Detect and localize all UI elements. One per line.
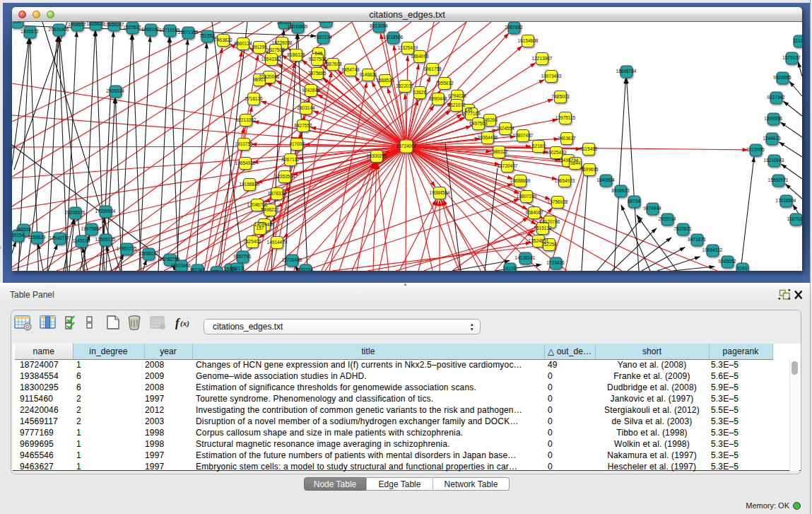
svg-text:19166829: 19166829	[240, 182, 260, 187]
svg-text:14136141: 14136141	[515, 255, 536, 260]
svg-text:10655267: 10655267	[104, 22, 124, 27]
svg-text:10688609: 10688609	[510, 178, 531, 183]
svg-text:7357224: 7357224	[314, 35, 332, 40]
svg-text:1588520: 1588520	[376, 78, 394, 83]
svg-text:10719185: 10719185	[160, 28, 180, 33]
svg-text:1405572: 1405572	[20, 29, 39, 34]
svg-text:10958107: 10958107	[139, 251, 159, 256]
svg-text:19756928: 19756928	[548, 199, 568, 204]
svg-text:16033809: 16033809	[288, 24, 308, 29]
svg-text:7485003: 7485003	[551, 94, 570, 99]
svg-text:1575107: 1575107	[782, 55, 801, 60]
svg-text:11923466: 11923466	[171, 263, 192, 268]
svg-text:9327503: 9327503	[266, 47, 285, 52]
svg-text:17359924: 17359924	[95, 209, 116, 214]
svg-text:252254: 252254	[541, 242, 557, 247]
svg-text:19218506: 19218506	[383, 35, 404, 40]
svg-text:18226058: 18226058	[272, 40, 293, 45]
svg-text:98901: 98901	[253, 77, 266, 82]
svg-text:917008: 917008	[289, 141, 305, 146]
svg-text:120334: 120334	[298, 267, 313, 271]
svg-text:10654112: 10654112	[702, 247, 723, 252]
svg-text:1908557: 1908557	[68, 22, 86, 27]
svg-text:1621072: 1621072	[447, 103, 466, 107]
svg-text:11325419: 11325419	[398, 45, 418, 50]
svg-text:9474444: 9474444	[643, 206, 661, 211]
svg-text:15716485: 15716485	[282, 257, 302, 262]
svg-text:1615132: 1615132	[534, 226, 552, 230]
svg-text:15692971: 15692971	[768, 177, 789, 182]
svg-text:13626: 13626	[413, 90, 426, 95]
svg-text:20364436: 20364436	[478, 135, 498, 140]
svg-text:9242848: 9242848	[302, 88, 320, 93]
svg-text:6961758: 6961758	[423, 66, 442, 71]
svg-text:2803144: 2803144	[297, 105, 315, 110]
svg-text:19384554: 19384554	[430, 190, 450, 195]
svg-text:8813054: 8813054	[370, 23, 388, 28]
svg-text:8186328: 8186328	[287, 52, 305, 57]
svg-text:7625402: 7625402	[243, 239, 261, 244]
svg-text:1156829: 1156829	[28, 235, 46, 240]
svg-text:1605526: 1605526	[86, 22, 105, 26]
svg-text:12353594: 12353594	[275, 174, 295, 179]
svg-text:83212: 83212	[230, 266, 243, 271]
svg-text:2905334: 2905334	[106, 88, 124, 93]
svg-text:1864093: 1864093	[411, 54, 429, 59]
svg-text:1209358: 1209358	[764, 116, 782, 121]
svg-text:7955812: 7955812	[435, 81, 454, 86]
svg-text:891295: 891295	[252, 45, 267, 49]
svg-text:8878334: 8878334	[268, 191, 286, 196]
svg-text:16671355: 16671355	[178, 30, 199, 35]
svg-text:7986322: 7986322	[490, 149, 508, 154]
svg-text:14914479: 14914479	[267, 240, 288, 245]
svg-text:8267110: 8267110	[282, 157, 300, 162]
svg-text:9657791: 9657791	[233, 254, 252, 259]
svg-text:1527602: 1527602	[123, 25, 141, 30]
svg-text:2367608: 2367608	[324, 62, 342, 66]
svg-text:1244413: 1244413	[763, 136, 781, 141]
svg-text:14136: 14136	[503, 266, 516, 271]
svg-text:183508: 183508	[16, 227, 31, 232]
svg-text:6794028: 6794028	[448, 93, 466, 98]
svg-text:12975115: 12975115	[555, 115, 576, 120]
svg-text:2935114: 2935114	[659, 216, 676, 221]
svg-text:18724007: 18724007	[396, 144, 417, 148]
svg-text:16543362: 16543362	[261, 57, 282, 62]
svg-text:3824554: 3824554	[496, 126, 514, 131]
svg-text:9084067: 9084067	[525, 210, 543, 215]
svg-text:9243: 9243	[737, 266, 748, 271]
svg-text:15720407: 15720407	[498, 163, 518, 168]
svg-text:19975867: 19975867	[81, 226, 102, 231]
svg-text:5498222: 5498222	[261, 207, 279, 212]
svg-text:12505135: 12505135	[95, 237, 116, 242]
svg-text:18807249: 18807249	[517, 194, 537, 199]
svg-text:19654925: 19654925	[235, 160, 256, 165]
svg-text:962341: 962341	[189, 267, 205, 271]
svg-text:16154808: 16154808	[518, 38, 539, 43]
svg-text:20206576: 20206576	[65, 210, 86, 215]
svg-text:165880: 165880	[318, 22, 334, 23]
svg-text:157: 157	[257, 226, 264, 230]
svg-text:9245652: 9245652	[718, 259, 736, 264]
svg-text:6497568: 6497568	[469, 121, 488, 126]
svg-text:10807487: 10807487	[513, 133, 534, 138]
svg-text:17016504: 17016504	[776, 198, 796, 203]
svg-text:39154: 39154	[12, 233, 24, 238]
svg-text:3822037: 3822037	[396, 83, 414, 88]
svg-text:12213967: 12213967	[532, 56, 553, 61]
svg-text:62160: 62160	[532, 144, 545, 148]
svg-text:9115460: 9115460	[580, 146, 598, 151]
svg-text:19654923: 19654923	[555, 178, 575, 183]
svg-text:1640954: 1640954	[596, 177, 615, 182]
svg-text:9327508: 9327508	[308, 57, 326, 62]
svg-text:8938923: 8938923	[611, 188, 630, 193]
svg-text:11124: 11124	[793, 38, 802, 43]
svg-text:20691406: 20691406	[49, 27, 69, 32]
svg-text:8660124: 8660124	[234, 41, 252, 46]
svg-text:1167533: 1167533	[787, 216, 802, 221]
svg-text:9463627: 9463627	[558, 136, 576, 141]
svg-text:16120746: 16120746	[540, 219, 560, 224]
svg-text:1733426: 1733426	[546, 260, 565, 265]
svg-text:8471676: 8471676	[688, 237, 706, 242]
svg-text:1910755: 1910755	[235, 141, 253, 146]
